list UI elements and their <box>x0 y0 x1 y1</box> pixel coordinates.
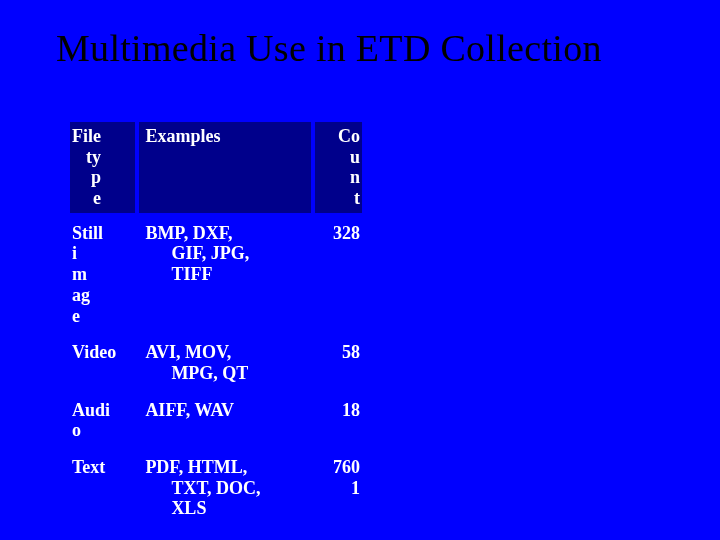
multimedia-table: Filetype Examples Count Stillimage BMP, … <box>66 118 366 529</box>
cell-examples: BMP, DXF,GIF, JPG,TIFF <box>139 217 311 332</box>
data-table: Filetype Examples Count Stillimage BMP, … <box>66 118 366 529</box>
slide: Multimedia Use in ETD Collection Filetyp… <box>0 0 720 540</box>
cell-count: 328 <box>315 217 362 332</box>
table-row: Audio AIFF, WAV 18 <box>70 394 362 447</box>
header-count: Count <box>315 122 362 213</box>
cell-examples: AVI, MOV,MPG, QT <box>139 336 311 389</box>
header-filetype-text: Filetype <box>72 126 103 209</box>
cell-type: Video <box>70 336 135 389</box>
table-row: Video AVI, MOV,MPG, QT 58 <box>70 336 362 389</box>
header-filetype: Filetype <box>70 122 135 213</box>
table-row: Text PDF, HTML,TXT, DOC,XLS 7601 <box>70 451 362 525</box>
table-row: Stillimage BMP, DXF,GIF, JPG,TIFF 328 <box>70 217 362 332</box>
cell-type: Audio <box>70 394 135 447</box>
table-header: Filetype Examples Count <box>70 122 362 213</box>
cell-count: 18 <box>315 394 362 447</box>
cell-count: 7601 <box>315 451 362 525</box>
header-count-text: Count <box>338 126 360 209</box>
cell-examples: PDF, HTML,TXT, DOC,XLS <box>139 451 311 525</box>
header-examples: Examples <box>139 122 311 213</box>
cell-type: Text <box>70 451 135 525</box>
slide-title: Multimedia Use in ETD Collection <box>0 0 720 70</box>
cell-count: 58 <box>315 336 362 389</box>
cell-examples: AIFF, WAV <box>139 394 311 447</box>
table-body: Stillimage BMP, DXF,GIF, JPG,TIFF 328 Vi… <box>70 217 362 525</box>
cell-type: Stillimage <box>70 217 135 332</box>
